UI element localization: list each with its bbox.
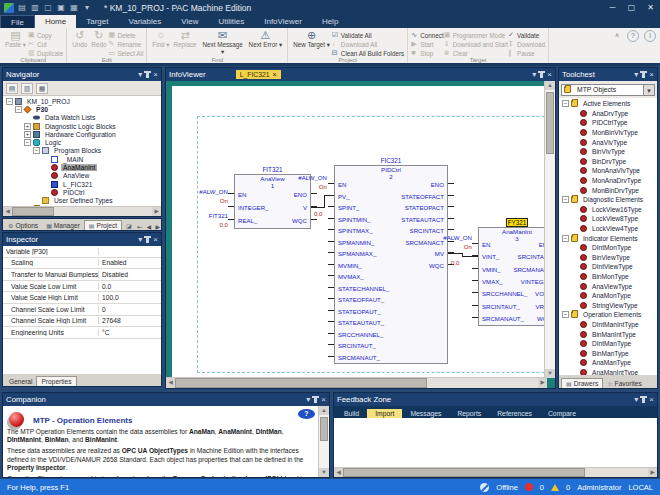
tab-messages[interactable]: Messages [402,409,449,418]
tab-properties[interactable]: Properties [36,376,76,386]
tree-item-logic[interactable]: −Logic [3,138,161,146]
tab-compare[interactable]: Compare [540,409,584,418]
ribbon-tab-utilities[interactable]: Utilities [208,15,254,28]
replace-button[interactable]: ⇄Replace [171,29,198,49]
tree-item-operation-elements[interactable]: −Operation Elements [559,310,657,320]
collapse-icon[interactable]: − [15,106,22,113]
collapse-icon[interactable]: − [562,100,569,107]
panel-menu-icon[interactable]: ▾ [634,395,638,404]
delete-button[interactable]: ▦Delete [108,31,143,39]
tree-item-monbinvlvtype[interactable]: MonBinVlvType [559,128,657,138]
collapse-icon[interactable]: − [562,311,569,318]
feedback-hscrollbar[interactable]: ◀ ▶ [334,467,657,477]
property-row-value-scale-low-limit[interactable]: Value Scale Low Limit0.0 [3,281,161,293]
pager-icon-2[interactable]: ▶ [154,223,162,230]
pager-icon-0[interactable]: ⇤ [136,223,144,230]
close-tab-icon[interactable]: × [273,71,277,78]
function-block-fit321[interactable]: FIT321AnaView1ENINTEGER_REAL_ENOVWQC [234,174,311,229]
pin-icon[interactable] [146,71,149,78]
redo-button[interactable]: ↻Redo [89,29,108,49]
cut-button[interactable]: ✂Cut [28,40,63,48]
tree-item-monanavlvtype[interactable]: MonAnaVlvType [559,166,657,176]
undo-button[interactable]: ↺Undo [70,29,89,49]
tree-item-lockview4type[interactable]: LockView4Type [559,224,657,234]
scroll-left-icon[interactable]: ◀ [166,378,175,388]
download-all-button[interactable]: ↓Download All [332,40,404,48]
scroll-thumb[interactable] [320,417,328,441]
panel-menu-icon[interactable]: ▾ [634,70,638,79]
scroll-down-icon[interactable]: ▼ [319,468,329,477]
collapse-ribbon-icon[interactable]: ˄ [612,31,622,41]
scroll-right-icon[interactable]: ▶ [648,468,657,477]
tree-item-data-watch-lists[interactable]: Data Watch Lists [3,114,161,122]
start-button[interactable]: ▶Start [411,40,443,48]
help-icon[interactable]: ? [298,409,315,419]
tree-item-binviewtype[interactable]: BinViewType [559,253,657,263]
panel-menu-icon[interactable]: ▾ [532,70,536,79]
tab-manager[interactable]: ▦Manager [42,221,84,230]
tree-item-stringviewtype[interactable]: StringViewType [559,300,657,310]
tree-item-binmontype[interactable]: BinMonType [559,272,657,282]
property-row-transfer-to-manual-bumplessly[interactable]: Transfer to Manual BumplesslyDisabled [3,269,161,281]
tree-item-anamontype[interactable]: AnaMonType [559,291,657,301]
tree-item-lockview8type[interactable]: LockView8Type [559,214,657,224]
panel-menu-icon[interactable]: ▾ [306,395,310,404]
open-icon[interactable]: ▣ [56,3,66,13]
collapse-icon[interactable]: − [562,235,569,242]
tree-item-km-10-proj[interactable]: −KM_10_PROJ [3,97,161,105]
tab-view-icon[interactable]: ▤ [6,83,18,94]
panel-close-icon[interactable]: × [649,70,654,79]
list-view-icon[interactable]: ▦ [36,83,48,94]
validate-button[interactable]: ✓Validate [508,31,545,39]
tree-item-user-defined-types[interactable]: User Defined Types [3,197,161,205]
tab-favorites[interactable]: ☆Favorites [603,379,646,388]
tree-item-binmantype[interactable]: BinManType [559,348,657,358]
new-window-icon[interactable]: ▢ [43,3,53,13]
help-icon[interactable]: ? [627,30,639,42]
collapse-icon[interactable]: − [6,98,13,105]
scroll-left-icon[interactable]: ◀ [334,468,343,477]
infoviewer-vscrollbar[interactable]: ▲ ▼ [544,81,555,378]
ribbon-tab-infoviewer[interactable]: InfoViewer [254,15,312,28]
validate-all-button[interactable]: ☑Validate All [332,31,404,39]
scroll-thumb[interactable] [175,378,427,388]
drawer-combobox[interactable]: MTP Objects [561,84,644,96]
scroll-right-icon[interactable]: ▶ [152,207,161,216]
scroll-thumb[interactable] [12,207,54,216]
panel-close-icon[interactable]: × [547,70,552,79]
select-all-button[interactable]: ▭Select All [108,49,143,57]
close-button[interactable]: ✕ [641,0,660,15]
tree-item-p30[interactable]: −P30 [3,105,161,113]
expand-icon[interactable]: + [24,131,31,138]
navigator-hscrollbar[interactable]: ◀ ▶ [3,206,161,216]
panel-close-icon[interactable]: × [153,70,158,79]
pager-icon-1[interactable]: ◀ [145,223,153,230]
maximize-button[interactable]: ▢ [622,0,641,15]
property-row-channel-scale-high-limit[interactable]: Channel Scale High Limit27648 [3,316,161,328]
pin-icon[interactable] [642,71,645,78]
property-row-engineering-units[interactable]: Engineering Units°C [3,327,161,339]
connect-button[interactable]: ∿Connect [411,31,443,39]
scroll-up-icon[interactable]: ▲ [545,81,555,90]
property-row-value-scale-high-limit[interactable]: Value Scale High Limit100.0 [3,292,161,304]
tab-references[interactable]: References [489,409,540,418]
collapse-icon[interactable]: − [33,147,40,154]
pin-icon[interactable] [146,236,149,243]
tree-item-diagnostic-logic-blocks[interactable]: +Diagnostic Logic Blocks [3,122,161,130]
info-icon[interactable]: i [644,30,656,42]
tree-item-anamaninttype[interactable]: AnaManIntType [559,368,657,375]
scroll-right-icon[interactable]: ▶ [538,378,547,388]
rename-button[interactable]: ✎Rename [108,40,143,48]
options-icon[interactable]: ▾ [82,3,92,13]
collapse-icon[interactable]: − [24,139,31,146]
tree-item-bindrvtype[interactable]: BinDrvType [559,157,657,167]
duplicate-button[interactable]: ▥Duplicate [28,49,63,57]
tree-item-program-blocks[interactable]: −Program Blocks [3,147,161,155]
function-block-fy321[interactable]: FY321AnaManInt3ENVINT_VMIN_VMAX_SRCCHANN… [478,227,547,326]
document-tab-l-fic321[interactable]: L_FIC321 × [236,70,281,79]
tree-item-pidctrltype[interactable]: PIDCtrlType [559,118,657,128]
clean-all-build-folders-button[interactable]: ⊟Clean All Build Folders [332,49,404,57]
tab-reports[interactable]: Reports [449,409,489,418]
scroll-up-icon[interactable]: ▲ [319,406,329,415]
panel-close-icon[interactable]: × [649,395,654,404]
